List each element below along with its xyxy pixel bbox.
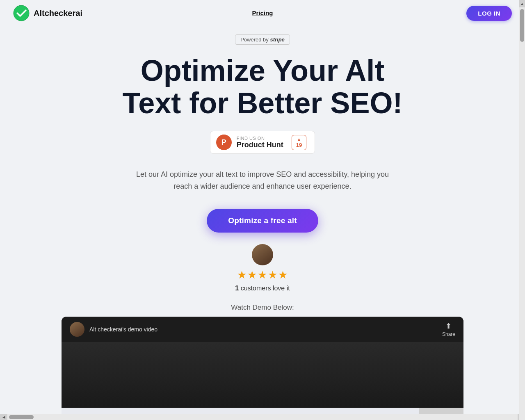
video-body — [62, 342, 463, 408]
pricing-link[interactable]: Pricing — [252, 9, 273, 16]
customers-count-text: 1 customers love it — [235, 285, 290, 292]
logo-text: Altcheckerai — [34, 9, 82, 18]
customer-count: 1 — [235, 285, 239, 292]
watch-demo-label: Watch Demo Below: — [231, 304, 294, 312]
ph-vote-arrow: ▲ — [297, 137, 301, 142]
logo-link[interactable]: Altcheckerai — [13, 5, 82, 21]
nav-center: Pricing — [252, 9, 273, 17]
product-hunt-badge[interactable]: P FIND US ON Product Hunt ▲ 19 — [210, 131, 315, 154]
video-share-button[interactable]: ⬆ Share — [442, 322, 455, 337]
video-header: Alt checkerai's demo video ⬆ Share — [62, 317, 463, 342]
video-title: Alt checkerai's demo video — [89, 326, 158, 333]
ph-logo-letter: P — [221, 138, 226, 147]
scroll-up-arrow[interactable]: ▲ — [519, 0, 525, 7]
powered-badge: Powered by stripe — [235, 34, 290, 45]
ph-votes-box: ▲ 19 — [292, 135, 306, 151]
ph-vote-count: 19 — [296, 142, 302, 148]
video-author: Alt checkerai's demo video — [70, 322, 158, 337]
ph-text-group: FIND US ON Product Hunt — [237, 136, 283, 149]
share-label: Share — [442, 331, 455, 337]
product-hunt-logo: P — [216, 135, 232, 150]
ph-product-hunt-name: Product Hunt — [237, 141, 283, 149]
avatar-image — [252, 244, 273, 265]
svg-point-0 — [14, 5, 29, 21]
horizontal-scrollbar[interactable]: ◀ ▶ — [0, 414, 525, 420]
powered-text: Powered by — [240, 37, 269, 43]
vertical-scrollbar[interactable]: ▲ — [519, 0, 525, 420]
customers-label: customers love it — [241, 285, 290, 292]
social-proof-section: ★★★★★ 1 customers love it — [235, 244, 290, 292]
scroll-left-arrow[interactable]: ◀ — [0, 414, 7, 420]
video-author-avatar — [70, 322, 84, 337]
cta-button[interactable]: Optimize a free alt — [207, 209, 318, 233]
login-button[interactable]: LOG IN — [466, 6, 512, 21]
scroll-thumb[interactable] — [520, 9, 524, 42]
customer-avatar — [252, 244, 273, 265]
main-content: Powered by stripe Optimize Your Alt Text… — [0, 26, 525, 420]
logo-icon — [13, 5, 30, 21]
hero-description: Let our AI optimize your alt text to imp… — [131, 169, 394, 192]
stripe-brand: stripe — [270, 37, 284, 43]
video-container: Alt checkerai's demo video ⬆ Share Check — [62, 317, 463, 420]
navbar: Altcheckerai Pricing LOG IN — [0, 0, 525, 26]
ph-find-us-label: FIND US ON — [237, 136, 283, 141]
h-scroll-thumb[interactable] — [9, 415, 34, 419]
star-rating: ★★★★★ — [237, 269, 288, 281]
share-icon: ⬆ — [445, 322, 452, 331]
hero-heading: Optimize Your Alt Text for Better SEO! — [119, 55, 406, 119]
